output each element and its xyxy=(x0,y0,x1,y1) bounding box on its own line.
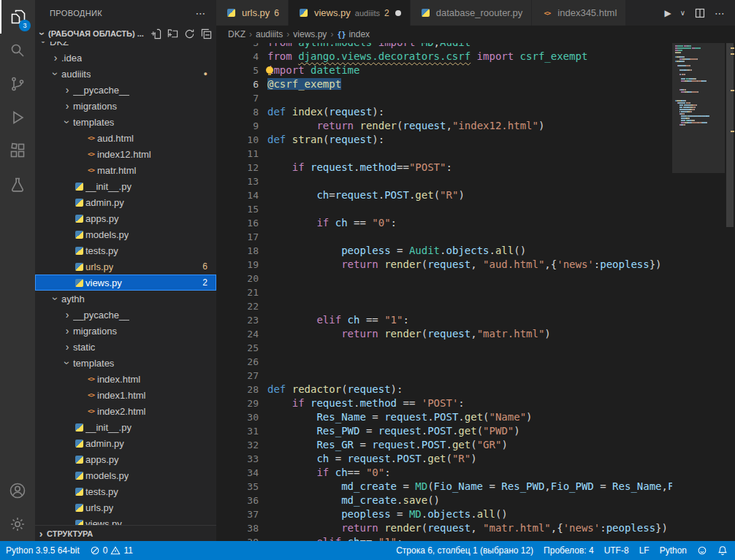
breadcrumb-item[interactable]: audiiits xyxy=(256,29,283,39)
tree-item[interactable]: <>index.html xyxy=(35,371,216,387)
feedback-button[interactable] xyxy=(697,541,707,560)
tree-item[interactable]: models.py xyxy=(35,467,216,483)
code-line[interactable]: 33 ch = request.POST.get("R") xyxy=(216,452,672,466)
activity-source-control[interactable] xyxy=(0,67,35,101)
tree-item[interactable]: apps.py xyxy=(35,451,216,467)
tree-item[interactable]: ›migrations xyxy=(35,98,216,114)
code-line[interactable]: 34 if ch== "0": xyxy=(216,466,672,480)
more-actions-icon[interactable]: ⋯ xyxy=(715,7,725,19)
code-line[interactable]: 27 xyxy=(216,369,672,383)
code-line[interactable]: 24 return render(request,"matr.html") xyxy=(216,327,672,341)
code-line[interactable]: 29 if request.method == 'POST': xyxy=(216,396,672,410)
tree-item[interactable]: <>matr.html xyxy=(35,162,216,178)
code-line[interactable]: 5import datetime xyxy=(216,64,672,77)
python-interpreter[interactable]: Python 3.9.5 64-bit xyxy=(6,541,80,560)
code-line[interactable]: 28def redactor(request): xyxy=(216,383,672,396)
code-line[interactable]: 36 md_create.save() xyxy=(216,494,672,507)
scrollbar-thumb[interactable] xyxy=(726,43,734,227)
code-line[interactable]: 32 Res_GR = request.POST.get("GR") xyxy=(216,438,672,452)
split-editor-icon[interactable] xyxy=(694,7,706,19)
run-dropdown-icon[interactable]: ∨ xyxy=(680,9,685,17)
code-line[interactable]: 16 if ch == "0": xyxy=(216,216,672,230)
tab[interactable]: urls.py6 xyxy=(216,0,289,26)
tab[interactable]: database_roouter.py xyxy=(411,0,533,26)
minimap[interactable] xyxy=(672,43,725,541)
tree-item[interactable]: models.py xyxy=(35,226,216,242)
activity-extensions[interactable] xyxy=(0,134,35,168)
tree-item[interactable]: <>aud.html xyxy=(35,130,216,146)
tree-item[interactable]: views.py2 xyxy=(35,275,216,291)
code-line[interactable]: 18 peopless = Audit.objects.all() xyxy=(216,244,672,258)
code-line[interactable]: 23 elif ch == "1": xyxy=(216,313,672,327)
code-line[interactable]: 31 Res_PWD = request.POST.get("PWD") xyxy=(216,424,672,438)
more-actions-icon[interactable]: ⋯ xyxy=(196,7,206,19)
tree-item[interactable]: tests.py xyxy=(35,242,216,258)
code-line[interactable]: 3from aythh.models import MD,Audit xyxy=(216,43,672,50)
tree-item[interactable]: ›audiiits● xyxy=(35,66,216,82)
code-line[interactable]: 8def index(request): xyxy=(216,105,672,119)
code-line[interactable]: 35 md_create = MD(Fio_Name = Res_PWD,Fio… xyxy=(216,480,672,494)
tree-item[interactable]: apps.py xyxy=(35,210,216,226)
tree-item[interactable]: <>index1.html xyxy=(35,387,216,403)
notifications-button[interactable] xyxy=(717,541,728,560)
code-line[interactable]: 22 xyxy=(216,299,672,313)
language-mode[interactable]: Python xyxy=(660,541,687,560)
lightbulb-icon[interactable] xyxy=(266,66,273,74)
code-line[interactable]: 14 ch=request.POST.get("R") xyxy=(216,188,672,202)
breadcrumb-item[interactable]: views.py xyxy=(293,29,327,39)
code-line[interactable]: 17 xyxy=(216,230,672,244)
code-line[interactable]: 19 return render(request, "aud.html",{'n… xyxy=(216,258,672,272)
activity-testing[interactable] xyxy=(0,168,35,202)
code-line[interactable]: 39 elif ch== "1": xyxy=(216,535,672,541)
tree-item[interactable]: <>index2.html xyxy=(35,403,216,419)
new-file-icon[interactable] xyxy=(151,28,161,39)
code-line[interactable]: 26 xyxy=(216,355,672,369)
tree-item[interactable]: urls.py xyxy=(35,499,216,515)
code-line[interactable]: 21 xyxy=(216,285,672,299)
activity-settings[interactable] xyxy=(0,507,35,541)
tree-item[interactable]: __init__.py xyxy=(35,419,216,435)
code-pane[interactable]: 3from aythh.models import MD,Audit4from … xyxy=(216,43,672,541)
tree-item[interactable]: <>index12.html xyxy=(35,146,216,162)
cursor-position[interactable]: Строка 6, столбец 1 (выбрано 12) xyxy=(396,541,533,560)
code-line[interactable]: 30 Res_Name = request.POST.get("Name") xyxy=(216,410,672,424)
encoding[interactable]: UTF-8 xyxy=(604,541,629,560)
code-line[interactable]: 37 peopless = MD.objects.all() xyxy=(216,507,672,521)
indentation[interactable]: Пробелов: 4 xyxy=(544,541,594,560)
code-line[interactable]: 7 xyxy=(216,91,672,105)
tree-item[interactable]: ›__pycache__ xyxy=(35,307,216,323)
tree-item[interactable]: ›static xyxy=(35,339,216,355)
activity-account[interactable] xyxy=(0,474,35,507)
breadcrumb-item[interactable]: DKZ xyxy=(228,29,245,39)
code-line[interactable]: 20 xyxy=(216,272,672,285)
tree-item[interactable]: ›migrations xyxy=(35,323,216,339)
tree-item[interactable]: views.py xyxy=(35,515,216,525)
code-line[interactable]: 10def stran(request): xyxy=(216,133,672,147)
vertical-scrollbar[interactable] xyxy=(725,43,735,541)
dirty-indicator-icon[interactable] xyxy=(395,10,401,16)
tree-item[interactable]: ›templates xyxy=(35,355,216,371)
code-line[interactable]: 11 xyxy=(216,147,672,161)
tree-item[interactable]: ›__pycache__ xyxy=(35,82,216,98)
tab[interactable]: views.pyaudiiits2 xyxy=(289,0,411,26)
tree-item[interactable]: tests.py xyxy=(35,483,216,499)
tree-item[interactable]: ›aythh xyxy=(35,291,216,307)
tree-item[interactable]: __init__.py xyxy=(35,178,216,194)
workspace-section-header[interactable]: › (РАБОЧАЯ ОБЛАСТЬ) ... xyxy=(35,26,216,42)
tree-item[interactable]: ›.idea xyxy=(35,50,216,66)
problems-indicator[interactable]: 0 11 xyxy=(90,541,133,560)
activity-run-debug[interactable] xyxy=(0,101,35,134)
code-line[interactable]: 13 xyxy=(216,174,672,188)
breadcrumb-item[interactable]: {}index xyxy=(337,29,370,39)
tree-item[interactable]: ›templates xyxy=(35,114,216,130)
code-line[interactable]: 4from django.views.decorators.csrf impor… xyxy=(216,50,672,64)
code-line[interactable]: 9 return render(request,"index12.html") xyxy=(216,119,672,133)
refresh-icon[interactable] xyxy=(184,28,195,39)
tree-item[interactable]: admin.py xyxy=(35,194,216,210)
code-line[interactable]: 25 xyxy=(216,341,672,355)
collapse-all-icon[interactable] xyxy=(201,28,212,39)
tree-item[interactable]: ›DKZ xyxy=(35,42,216,50)
outline-section-header[interactable]: › СТРУКТУРА xyxy=(35,525,216,541)
minimap-slider[interactable] xyxy=(672,43,725,173)
run-python-file-button[interactable]: ▶ xyxy=(664,8,671,18)
